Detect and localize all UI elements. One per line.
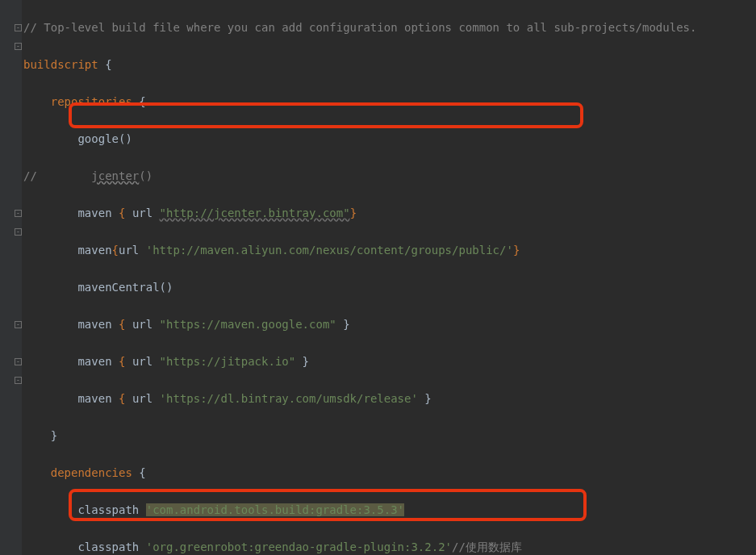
brace: } <box>350 207 357 219</box>
fold-icon[interactable]: - <box>15 228 22 236</box>
code-text: maven <box>23 392 119 405</box>
fold-icon[interactable]: - <box>15 358 22 365</box>
gutter: - - - - - - - <box>0 0 22 555</box>
brace: } <box>23 429 57 442</box>
code-text: classpath <box>23 503 146 516</box>
comment: // <box>23 169 91 182</box>
brace: { <box>112 244 119 257</box>
comment: jcenter <box>91 169 139 182</box>
fold-icon[interactable]: - <box>15 321 22 328</box>
code-text: url <box>125 207 159 219</box>
brace: } <box>336 318 350 331</box>
code-text: url <box>125 318 159 331</box>
string: "https://jitpack.io" <box>160 355 296 368</box>
brace: } <box>295 355 309 368</box>
string: 'http://maven.aliyun.com/nexus/content/g… <box>146 244 513 257</box>
brace: } <box>513 244 520 257</box>
fold-icon[interactable]: - <box>15 210 22 217</box>
code-text: maven <box>23 318 119 331</box>
code-area[interactable]: // Top-level build file where you can ad… <box>22 0 696 555</box>
keyword: dependencies <box>23 466 132 479</box>
code-text: mavenCentral() <box>23 281 173 294</box>
comment: // Top-level build file where you can ad… <box>23 21 696 34</box>
code-text: maven <box>23 244 112 257</box>
string-highlighted: 'com.android.tools.build:gradle:3.5.3' <box>146 503 404 516</box>
brace: { <box>98 58 112 71</box>
keyword: repositories <box>23 95 132 108</box>
brace: } <box>418 392 432 405</box>
code-text: classpath <box>23 540 146 553</box>
string: 'https://dl.bintray.com/umsdk/release' <box>160 392 418 405</box>
code-text: url <box>125 392 159 405</box>
fold-icon[interactable]: - <box>15 24 22 31</box>
code-text: google() <box>23 132 132 145</box>
brace: { <box>132 95 146 108</box>
code-text: maven <box>23 355 119 368</box>
comment: () <box>139 169 152 182</box>
comment: //使用数据库 <box>452 540 522 553</box>
string: "http://jcenter.bintray.com" <box>160 207 350 219</box>
string: "https://maven.google.com" <box>160 318 336 331</box>
code-text: url <box>119 244 146 257</box>
code-editor[interactable]: - - - - - - - // Top-level build file wh… <box>0 0 756 555</box>
string: 'org.greenrobot:greendao-gradle-plugin:3… <box>146 540 452 553</box>
code-text: maven <box>23 207 119 219</box>
code-text: url <box>125 355 159 368</box>
fold-icon[interactable]: - <box>15 43 22 50</box>
keyword: buildscript <box>23 58 98 71</box>
brace: { <box>132 466 146 479</box>
fold-icon[interactable]: - <box>15 377 22 384</box>
